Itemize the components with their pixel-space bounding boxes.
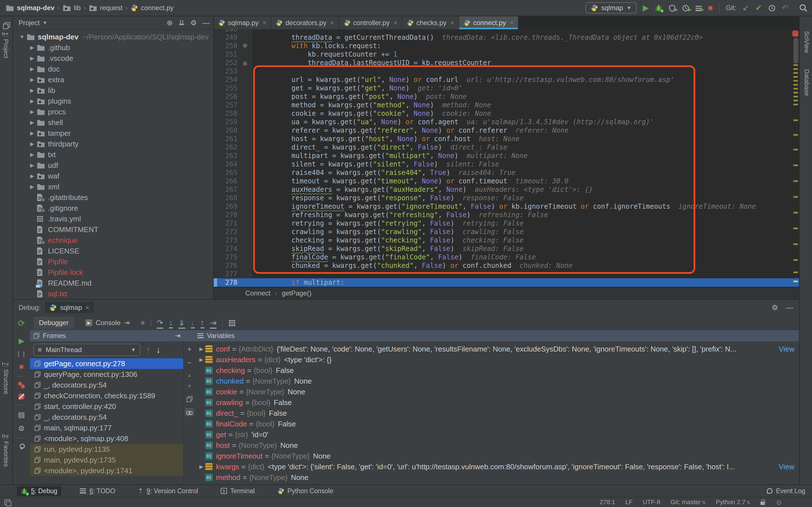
error-stripe-mark[interactable] (794, 68, 798, 70)
error-stripe-mark[interactable] (794, 84, 798, 86)
code-line[interactable]: 272 crawling = kwargs.get("crawling", Fa… (214, 228, 799, 236)
hide-panel-icon[interactable]: — (202, 18, 210, 27)
tree-item[interactable]: ▶waf (13, 171, 213, 181)
close-icon[interactable]: × (86, 304, 89, 312)
expand-arrow-icon[interactable]: ▶ (197, 356, 205, 363)
tree-item[interactable]: ▶plugins (13, 96, 213, 107)
code-line[interactable]: 251 kb.requestCounter += 1 (214, 50, 799, 59)
tree-item[interactable]: .gitignore (13, 203, 213, 214)
error-stripe-mark[interactable] (794, 80, 798, 82)
status-widget-278[interactable]: 278:1 (600, 499, 615, 506)
variable-row[interactable]: 01ignoreTimeout={NoneType}None (195, 451, 799, 461)
error-stripe-mark[interactable] (794, 104, 798, 105)
code-line[interactable]: 273 checking = kwargs.get("checking", Fa… (214, 236, 799, 244)
close-icon[interactable]: × (510, 19, 513, 26)
status-widget-lf[interactable]: LF (625, 499, 633, 506)
status-widget-git[interactable]: Git: master⇅ (670, 499, 706, 506)
error-stripe-mark[interactable] (794, 212, 798, 214)
view-breakpoints-button[interactable] (18, 382, 25, 388)
pause-button[interactable]: ❙❙ (16, 350, 27, 357)
error-stripe-mark[interactable] (794, 88, 798, 90)
git-update-button[interactable]: ↙ (743, 4, 749, 12)
tree-item[interactable]: ▶xml (13, 181, 213, 192)
tab-debugger[interactable]: Debugger (33, 317, 74, 329)
thread-selector[interactable]: ≡ MainThread ▼ (33, 344, 140, 356)
code-line[interactable]: 255 get = kwargs.get("get", None) get: '… (214, 84, 799, 93)
git-commit-button[interactable]: ✔ (755, 4, 762, 12)
tool-window-button-structure[interactable]: 7: Structure (2, 362, 10, 394)
git-history-button[interactable] (768, 4, 776, 12)
close-icon[interactable]: × (394, 19, 397, 26)
run-with-coverage-button[interactable]: ▶ (668, 4, 676, 12)
variable-row[interactable]: 01get={str}'id=0' (195, 429, 799, 440)
expand-arrow-icon[interactable]: ▶ (28, 162, 37, 168)
evaluate-expression-button[interactable] (229, 319, 236, 327)
debug-button[interactable] (655, 4, 662, 12)
editor-tab[interactable]: checks.py× (402, 16, 459, 29)
expand-arrow-icon[interactable]: ▶ (28, 76, 37, 83)
tree-item[interactable]: sql.txt (13, 288, 213, 299)
step-into-button[interactable]: ↓ (169, 318, 173, 327)
variable-row[interactable]: 01direct_={bool}False (195, 408, 799, 418)
inspection-indicator[interactable] (792, 31, 799, 37)
project-panel-header[interactable]: Project ▼ ⊕ ⇊ ⚙ — (13, 16, 213, 30)
code-line[interactable]: 256 post = kwargs.get("post", None) post… (214, 93, 799, 101)
code-line[interactable]: 266 timeout = kwargs.get("timeout", None… (214, 177, 799, 185)
tree-item[interactable]: ▶procs (13, 107, 213, 117)
step-over-button[interactable]: ↷ (157, 318, 163, 328)
breadcrumb-item[interactable]: sqlmap-dev (6, 4, 54, 12)
tree-item[interactable]: ▶doc (13, 64, 213, 74)
editor-tab[interactable]: controller.py× (339, 16, 402, 29)
tool-window-icon[interactable] (3, 20, 10, 30)
code-line[interactable]: 259 ua = kwargs.get("ua", None) or conf.… (214, 118, 799, 126)
restore-layout-button[interactable]: ▤ (18, 410, 25, 419)
code-line[interactable]: 269 ignoreTimeout = kwargs.get("ignoreTi… (214, 202, 799, 211)
tool-window-button-sciview[interactable]: SciView (803, 31, 810, 53)
code-line[interactable]: 250 with kb.locks.request: (214, 42, 799, 50)
breadcrumb-item[interactable]: request (89, 4, 123, 12)
event-log-button[interactable]: Event Log (767, 487, 805, 495)
tool-window-button-todo[interactable]: 6: TODO (76, 486, 119, 496)
error-stripe-mark[interactable] (794, 149, 798, 151)
code-line[interactable]: 274 skipRead = kwargs.get("skipRead", Fa… (214, 244, 799, 253)
search-everywhere-button[interactable] (799, 4, 808, 12)
lock-icon[interactable] (760, 502, 765, 505)
stack-frame-row[interactable]: checkConnection, checks.py:1589 (30, 390, 183, 401)
tool-window-button-favorites[interactable]: 2: Favorites (2, 434, 10, 467)
error-stripe[interactable] (792, 29, 799, 287)
code-line[interactable]: 260 referer = kwargs.get("referer", None… (214, 126, 799, 135)
run-button[interactable]: ▶ (643, 4, 649, 12)
tool-windows-toggle-icon[interactable] (4, 499, 10, 505)
variable-row[interactable]: 01cookie={NoneType}None (195, 386, 799, 397)
stop-button[interactable]: ■ (708, 4, 713, 12)
tool-window-button-pythonconsole[interactable]: Python Console (273, 486, 337, 496)
stack-frame-row[interactable]: queryPage, connect.py:1306 (30, 369, 183, 380)
run-anything-button[interactable]: ▶ (696, 4, 702, 12)
expand-arrow-icon[interactable]: ▶ (28, 45, 37, 51)
gear-icon[interactable]: ⚙ (190, 18, 197, 27)
editor-body[interactable]: 248249 threadData = getCurrentThreadData… (214, 29, 799, 287)
resume-button[interactable]: ▶ (18, 337, 24, 345)
tree-item[interactable]: Pipfile (13, 256, 213, 267)
code-line[interactable]: 254 url = kwargs.get("url", None) or con… (214, 75, 799, 84)
stack-frame-row[interactable]: start, controller.py:420 (30, 401, 183, 412)
error-stripe-mark[interactable] (794, 180, 798, 182)
error-stripe-mark[interactable] (794, 96, 798, 98)
code-line[interactable]: 271 retrying = kwargs.get("retrying", Fa… (214, 219, 799, 228)
expand-arrow-icon[interactable]: ▶ (28, 119, 37, 126)
tool-window-button-database[interactable]: Database (803, 69, 810, 96)
code-line[interactable]: 268 response = kwargs.get("response", Fa… (214, 194, 799, 202)
add-watch-button[interactable]: + (187, 345, 192, 353)
variable-row[interactable]: 01finalCode={bool}False (195, 418, 799, 429)
expand-arrow-icon[interactable]: ▶ (197, 464, 205, 470)
profiler-button[interactable]: ▶ (682, 4, 689, 12)
code-line[interactable]: 262 direct_ = kwargs.get("direct", False… (214, 143, 799, 152)
show-execution-point-button[interactable]: ≡ (141, 319, 145, 327)
evaluate-watches-toggle[interactable] (185, 408, 194, 416)
expand-arrow-icon[interactable]: ▶ (28, 184, 37, 190)
code-line[interactable]: 252 threadData.lastRequestUID = kb.reque… (214, 59, 799, 67)
variable-row[interactable]: ▶auxHeaders={dict}<type 'dict'>: {} (195, 354, 799, 365)
error-stripe-mark[interactable] (794, 34, 798, 36)
step-out-of-block-button[interactable]: ↓ (191, 318, 195, 327)
editor-tab[interactable]: decorators.py× (271, 16, 339, 29)
